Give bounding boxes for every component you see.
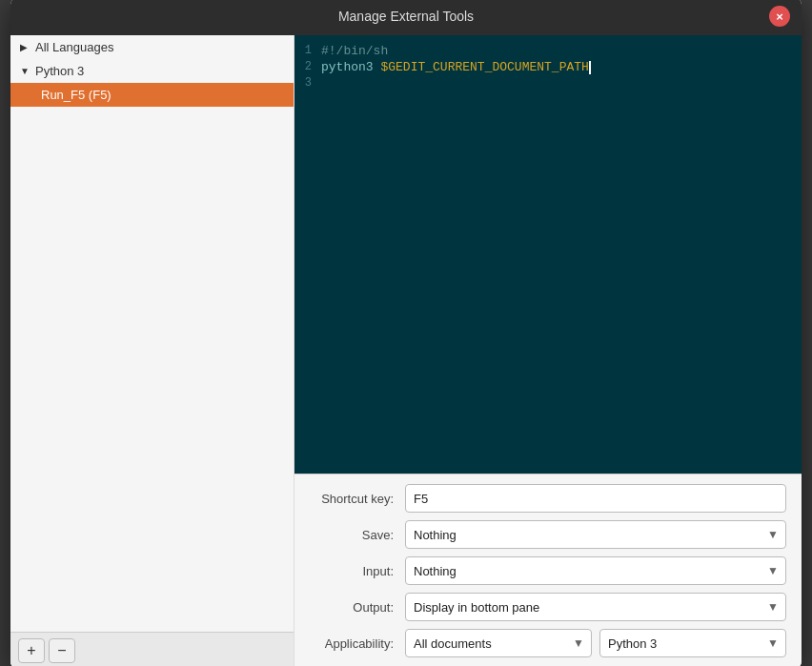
input-label: Input: [310, 564, 405, 578]
sidebar-item-label: Python 3 [35, 64, 84, 78]
line-content: python3 $GEDIT_CURRENT_DOCUMENT_PATH [321, 60, 591, 74]
input-select[interactable]: Nothing Current document Current selecti… [405, 556, 786, 585]
code-line-3: 3 [294, 75, 802, 91]
close-button[interactable]: × [769, 6, 790, 27]
applicability-selects: All documents Local files only ▼ Python … [405, 629, 786, 657]
save-select[interactable]: Nothing Current document All documents [405, 520, 786, 549]
shortcut-input[interactable] [405, 484, 786, 513]
manage-external-tools-dialog: Manage External Tools × ▶ All Languages … [10, 0, 802, 666]
main-content: ▶ All Languages ▼ Python 3 Run_F5 (F5) +… [10, 35, 802, 666]
save-label: Save: [310, 528, 405, 542]
chevron-down-icon: ▼ [20, 66, 31, 76]
applicability-label: Applicability: [310, 636, 405, 651]
dialog-title: Manage External Tools [338, 9, 474, 24]
shortcut-row: Shortcut key: [310, 484, 786, 513]
sidebar-item-label: All Languages [35, 40, 113, 54]
sidebar-item-run-f5[interactable]: Run_F5 (F5) [10, 83, 294, 107]
line-number: 1 [294, 44, 321, 57]
shortcut-label: Shortcut key: [310, 492, 405, 506]
props-panel: Shortcut key: Save: Nothing Current docu… [294, 474, 802, 666]
sidebar-toolbar: + − [10, 632, 294, 666]
applicability-docs-wrap: All documents Local files only ▼ [405, 629, 592, 657]
save-row: Save: Nothing Current document All docum… [310, 520, 786, 549]
line-number: 3 [294, 76, 321, 90]
input-select-wrap: Nothing Current document Current selecti… [405, 556, 786, 585]
output-label: Output: [310, 600, 405, 615]
right-panel: 1 #!/bin/sh 2 python3 $GEDIT_CURRENT_DOC… [294, 35, 802, 666]
save-select-wrap: Nothing Current document All documents ▼ [405, 520, 786, 549]
sidebar-item-python3[interactable]: ▼ Python 3 [10, 59, 294, 83]
applicability-lang-select[interactable]: Python 3 All Languages [599, 629, 786, 657]
output-select-wrap: Display in bottom pane Nothing New docum… [405, 593, 786, 621]
code-line-1: 1 #!/bin/sh [294, 43, 802, 59]
line-content: #!/bin/sh [321, 44, 388, 58]
applicability-docs-select[interactable]: All documents Local files only [405, 629, 592, 657]
applicability-lang-wrap: Python 3 All Languages ▼ [599, 629, 786, 657]
line-number: 2 [294, 60, 321, 73]
input-row: Input: Nothing Current document Current … [310, 556, 786, 585]
sidebar-item-all-languages[interactable]: ▶ All Languages [10, 35, 294, 59]
add-tool-button[interactable]: + [18, 638, 45, 663]
code-editor[interactable]: 1 #!/bin/sh 2 python3 $GEDIT_CURRENT_DOC… [294, 35, 802, 474]
output-select[interactable]: Display in bottom pane Nothing New docum… [405, 593, 786, 621]
sidebar-item-label: Run_F5 (F5) [41, 88, 112, 102]
applicability-row: Applicability: All documents Local files… [310, 629, 786, 657]
sidebar-list: ▶ All Languages ▼ Python 3 Run_F5 (F5) [10, 35, 294, 632]
sidebar: ▶ All Languages ▼ Python 3 Run_F5 (F5) +… [10, 35, 294, 666]
remove-tool-button[interactable]: − [49, 638, 75, 663]
code-line-2: 2 python3 $GEDIT_CURRENT_DOCUMENT_PATH [294, 59, 802, 75]
titlebar: Manage External Tools × [10, 0, 802, 35]
output-row: Output: Display in bottom pane Nothing N… [310, 593, 786, 621]
chevron-right-icon: ▶ [20, 42, 31, 52]
